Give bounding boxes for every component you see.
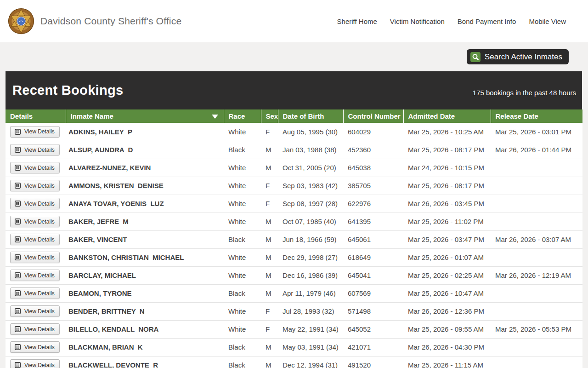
admitted-date-cell: Mar 26, 2026 - 03:45 PM xyxy=(403,195,491,213)
details-cell: View Details xyxy=(6,302,66,320)
control-number-cell: 607569 xyxy=(343,284,403,302)
admitted-date-cell: Mar 25, 2026 - 03:47 PM xyxy=(403,230,491,248)
column-header-date-of-birth[interactable]: Date of Birth xyxy=(278,109,343,123)
list-icon xyxy=(15,344,21,350)
sort-caret-icon xyxy=(212,115,218,119)
details-cell: View Details xyxy=(6,284,66,302)
list-icon xyxy=(15,129,21,135)
dob-cell: Dec 29, 1998 (27) xyxy=(278,248,343,266)
main-nav: Sheriff HomeVictim NotificationBond Paym… xyxy=(337,17,566,25)
release-date-cell xyxy=(491,284,582,302)
table-row: View DetailsADKINS, HAILEY PWhiteFAug 05… xyxy=(6,123,582,141)
table-row: View DetailsBAKER, JEFRE MWhiteMOct 07, … xyxy=(6,213,582,230)
release-date-cell xyxy=(491,248,582,266)
search-strip: Search Active Inmates xyxy=(0,42,588,71)
release-date-cell xyxy=(491,195,582,213)
column-header-sex[interactable]: Sex xyxy=(261,109,278,123)
race-cell: White xyxy=(224,320,261,338)
view-details-button[interactable]: View Details xyxy=(10,341,60,353)
search-icon xyxy=(470,52,481,62)
details-cell: View Details xyxy=(6,266,66,284)
control-number-cell: 491520 xyxy=(343,356,403,368)
admitted-date-cell: Mar 25, 2026 - 11:15 AM xyxy=(403,356,491,368)
search-active-inmates-button[interactable]: Search Active Inmates xyxy=(467,49,569,64)
view-details-button[interactable]: View Details xyxy=(10,144,60,155)
release-date-cell xyxy=(491,177,582,195)
view-details-button[interactable]: View Details xyxy=(10,234,60,245)
control-number-cell: 645038 xyxy=(343,159,403,177)
view-details-label: View Details xyxy=(24,362,55,368)
release-date-cell: Mar 26, 2026 - 03:07 AM xyxy=(491,230,582,248)
column-header-admitted-date[interactable]: Admitted Date xyxy=(403,109,491,123)
inmate-name-cell: BARCLAY, MICHAEL xyxy=(66,266,224,284)
bookings-panel: Recent Bookings 175 bookings in the past… xyxy=(6,71,582,368)
inmate-name-cell: BLACKMAN, BRIAN K xyxy=(66,338,224,356)
view-details-button[interactable]: View Details xyxy=(10,323,60,335)
view-details-button[interactable]: View Details xyxy=(10,180,60,191)
column-header-inmate-name[interactable]: Inmate Name xyxy=(66,109,224,123)
sex-cell: M xyxy=(261,356,278,368)
list-icon xyxy=(15,147,21,153)
admitted-date-cell: Mar 25, 2026 - 09:55 AM xyxy=(403,320,491,338)
nav-link-mobile-view[interactable]: Mobile View xyxy=(529,17,566,25)
list-icon xyxy=(15,272,21,278)
sex-cell: F xyxy=(261,320,278,338)
nav-link-bond-payment-info[interactable]: Bond Payment Info xyxy=(458,17,516,25)
view-details-label: View Details xyxy=(24,147,55,153)
list-icon xyxy=(15,290,21,296)
dob-cell: Aug 05, 1995 (30) xyxy=(278,123,343,141)
race-cell: Black xyxy=(224,356,261,368)
sheriff-badge-logo xyxy=(7,7,35,35)
race-cell: White xyxy=(224,195,261,213)
details-cell: View Details xyxy=(6,195,66,213)
nav-link-victim-notification[interactable]: Victim Notification xyxy=(390,17,445,25)
inmate-name-cell: AMMONS, KRISTEN DENISE xyxy=(66,177,224,195)
view-details-button[interactable]: View Details xyxy=(10,162,60,173)
details-cell: View Details xyxy=(6,320,66,338)
details-cell: View Details xyxy=(6,356,66,368)
dob-cell: Oct 07, 1985 (40) xyxy=(278,213,343,230)
race-cell: White xyxy=(224,266,261,284)
details-cell: View Details xyxy=(6,338,66,356)
control-number-cell: 421071 xyxy=(343,338,403,356)
column-header-race[interactable]: Race xyxy=(224,109,261,123)
race-cell: Black xyxy=(224,230,261,248)
inmate-name-cell: BAKER, VINCENT xyxy=(66,230,224,248)
dob-cell: Dec 12, 1994 (31) xyxy=(278,356,343,368)
control-number-cell: 385705 xyxy=(343,177,403,195)
list-icon xyxy=(15,201,21,207)
control-number-cell: 618649 xyxy=(343,248,403,266)
list-icon xyxy=(15,308,21,314)
sex-cell: M xyxy=(261,159,278,177)
view-details-button[interactable]: View Details xyxy=(10,288,60,299)
view-details-button[interactable]: View Details xyxy=(10,305,60,317)
bookings-table: DetailsInmate NameRaceSexDate of BirthCo… xyxy=(6,109,582,368)
view-details-button[interactable]: View Details xyxy=(10,252,60,263)
sex-cell: M xyxy=(261,284,278,302)
admitted-date-cell: Mar 25, 2026 - 10:47 AM xyxy=(403,284,491,302)
details-cell: View Details xyxy=(6,177,66,195)
sex-cell: F xyxy=(261,302,278,320)
column-header-details[interactable]: Details xyxy=(6,109,66,123)
view-details-button[interactable]: View Details xyxy=(10,359,60,368)
view-details-label: View Details xyxy=(24,218,55,225)
release-date-cell xyxy=(491,213,582,230)
table-row: View DetailsALSUP, AUNDRA DBlackMJan 03,… xyxy=(6,141,582,159)
race-cell: Black xyxy=(224,141,261,159)
column-header-release-date[interactable]: Release Date xyxy=(491,109,582,123)
inmate-name-cell: ANAYA TOVAR, YOENIS LUZ xyxy=(66,195,224,213)
inmate-name-cell: ALSUP, AUNDRA D xyxy=(66,141,224,159)
control-number-cell: 452360 xyxy=(343,141,403,159)
admitted-date-cell: Mar 26, 2026 - 12:36 PM xyxy=(403,302,491,320)
table-row: View DetailsBANKSTON, CHRISTIAN MICHAELW… xyxy=(6,248,582,266)
list-icon xyxy=(15,165,21,171)
view-details-button[interactable]: View Details xyxy=(10,216,60,227)
view-details-button[interactable]: View Details xyxy=(10,270,60,281)
nav-link-sheriff-home[interactable]: Sheriff Home xyxy=(337,17,377,25)
control-number-cell: 645052 xyxy=(343,320,403,338)
control-number-cell: 645061 xyxy=(343,230,403,248)
view-details-button[interactable]: View Details xyxy=(10,126,60,138)
release-date-cell: Mar 26, 2026 - 01:44 PM xyxy=(491,141,582,159)
view-details-button[interactable]: View Details xyxy=(10,198,60,209)
column-header-control-number[interactable]: Control Number xyxy=(343,109,403,123)
